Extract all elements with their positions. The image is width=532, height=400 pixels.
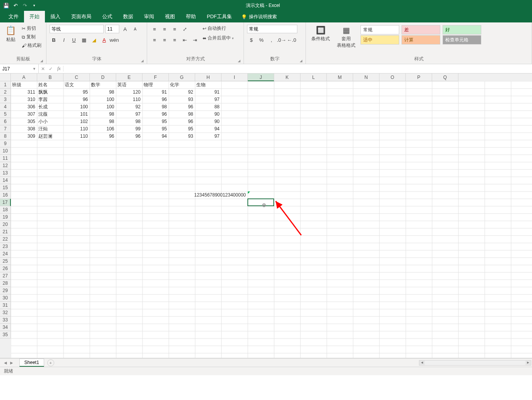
- tab-pdf[interactable]: PDF工具集: [201, 11, 237, 22]
- row-header-16[interactable]: 16: [0, 191, 11, 199]
- cell-E4[interactable]: 92: [116, 103, 142, 111]
- cell-F5[interactable]: 96: [142, 111, 168, 118]
- cancel-formula-icon[interactable]: ✕: [41, 66, 45, 72]
- cell-F8[interactable]: 94: [142, 133, 168, 140]
- number-launcher-icon[interactable]: ◢: [300, 59, 302, 63]
- scroll-right-icon[interactable]: ►: [525, 361, 531, 365]
- sheet-tab-active[interactable]: Sheet1: [19, 359, 44, 367]
- cell-B1[interactable]: 姓名: [37, 81, 63, 89]
- cell-D3[interactable]: 100: [90, 96, 115, 103]
- row-header-10[interactable]: 10: [0, 147, 11, 155]
- orientation-icon[interactable]: ⤢: [180, 25, 189, 33]
- row-header-5[interactable]: 5: [0, 111, 11, 118]
- column-header-F[interactable]: F: [142, 74, 169, 81]
- cell-D4[interactable]: 100: [90, 103, 115, 111]
- select-all-corner[interactable]: [0, 74, 11, 81]
- column-header-G[interactable]: G: [169, 74, 195, 81]
- horizontal-scrollbar[interactable]: ◄ ►: [419, 360, 531, 366]
- tab-help[interactable]: 帮助: [180, 11, 201, 22]
- tell-me-search[interactable]: 💡 操作说明搜索: [237, 11, 281, 22]
- tab-layout[interactable]: 页面布局: [66, 11, 97, 22]
- row-header-22[interactable]: 22: [0, 236, 11, 243]
- cell-G6[interactable]: 96: [169, 118, 194, 125]
- font-size-select[interactable]: [105, 25, 119, 33]
- column-header-H[interactable]: H: [195, 74, 221, 81]
- save-icon[interactable]: 💾: [3, 2, 9, 9]
- cell-F1[interactable]: 物理: [142, 81, 168, 89]
- enter-formula-icon[interactable]: ✓: [49, 66, 53, 72]
- cell-E5[interactable]: 97: [116, 111, 142, 118]
- cell-B4[interactable]: 长成: [37, 103, 63, 111]
- row-header-19[interactable]: 19: [0, 214, 11, 221]
- comma-format-icon[interactable]: ,: [267, 36, 276, 44]
- cell-E1[interactable]: 英语: [116, 81, 142, 89]
- tab-file[interactable]: 文件: [3, 11, 24, 22]
- cell-C8[interactable]: 110: [63, 133, 89, 140]
- cell-A7[interactable]: 308: [11, 125, 36, 133]
- tab-formulas[interactable]: 公式: [97, 11, 118, 22]
- font-color-button[interactable]: A: [100, 36, 108, 44]
- cell-A2[interactable]: 311: [11, 89, 36, 96]
- border-button[interactable]: ▦: [80, 36, 88, 44]
- cell-E6[interactable]: 98: [116, 118, 142, 125]
- sheet-nav-prev-icon[interactable]: ◄: [3, 360, 8, 366]
- format-painter-button[interactable]: 🖌格式刷: [21, 42, 43, 49]
- cell-H3[interactable]: 97: [195, 96, 221, 103]
- cell-H4[interactable]: 88: [195, 103, 221, 111]
- cell-C6[interactable]: 102: [63, 118, 89, 125]
- wrap-text-button[interactable]: ↩自动换行: [201, 25, 235, 32]
- chevron-down-icon[interactable]: ▼: [33, 67, 36, 71]
- row-header-24[interactable]: 24: [0, 250, 11, 258]
- style-normal[interactable]: 常规: [360, 25, 399, 34]
- row-header-26[interactable]: 26: [0, 265, 11, 272]
- cell-E3[interactable]: 110: [116, 96, 142, 103]
- row-header-9[interactable]: 9: [0, 140, 11, 147]
- cell-C2[interactable]: 95: [63, 89, 89, 96]
- row-header-1[interactable]: 1: [0, 81, 11, 89]
- row-header-17[interactable]: 17: [0, 199, 11, 206]
- row-header-13[interactable]: 13: [0, 169, 11, 177]
- cell-F7[interactable]: 95: [142, 125, 168, 133]
- cell-F2[interactable]: 91: [142, 89, 168, 96]
- customize-qat-icon[interactable]: ▾: [31, 2, 37, 9]
- align-bottom-icon[interactable]: ≡: [170, 25, 179, 33]
- style-check[interactable]: 检查单元格: [443, 35, 481, 44]
- tab-view[interactable]: 视图: [160, 11, 180, 22]
- cell-A1[interactable]: 班级: [11, 81, 36, 89]
- row-header-12[interactable]: 12: [0, 162, 11, 169]
- align-top-icon[interactable]: ≡: [150, 25, 159, 33]
- align-right-icon[interactable]: ≡: [170, 36, 179, 44]
- column-header-E[interactable]: E: [116, 74, 142, 81]
- italic-button[interactable]: I: [60, 36, 68, 44]
- column-header-L[interactable]: L: [300, 74, 327, 81]
- cell-D2[interactable]: 98: [90, 89, 115, 96]
- cell-B3[interactable]: 李茜: [37, 96, 63, 103]
- cell-E8[interactable]: 96: [116, 133, 142, 140]
- increase-decimal-icon[interactable]: .0→: [277, 36, 286, 44]
- cell-C5[interactable]: 101: [63, 111, 89, 118]
- cell-E7[interactable]: 99: [116, 125, 142, 133]
- cell-H6[interactable]: 90: [195, 118, 221, 125]
- row-header-8[interactable]: 8: [0, 133, 11, 140]
- cell-D7[interactable]: 106: [90, 125, 115, 133]
- cell-C1[interactable]: 语文: [63, 81, 89, 89]
- cell-B7[interactable]: 汪灿: [37, 125, 63, 133]
- row-header-25[interactable]: 25: [0, 258, 11, 265]
- row-header-3[interactable]: 3: [0, 96, 11, 103]
- cell-H7[interactable]: 94: [195, 125, 221, 133]
- cell-G7[interactable]: 95: [169, 125, 194, 133]
- cell-G1[interactable]: 化学: [169, 81, 194, 89]
- tab-home[interactable]: 开始: [24, 11, 45, 22]
- column-header-B[interactable]: B: [37, 74, 63, 81]
- fx-icon[interactable]: fx: [55, 66, 63, 72]
- bold-button[interactable]: B: [50, 36, 58, 44]
- cell-H8[interactable]: 97: [195, 133, 221, 140]
- redo-icon[interactable]: ↷: [22, 2, 28, 9]
- cell-D8[interactable]: 96: [90, 133, 115, 140]
- cell-B2[interactable]: 飘飘: [37, 89, 63, 96]
- cell-A6[interactable]: 305: [11, 118, 36, 125]
- underline-button[interactable]: U: [70, 36, 78, 44]
- column-header-P[interactable]: P: [406, 74, 432, 81]
- row-header-31[interactable]: 31: [0, 302, 11, 309]
- cell-C3[interactable]: 96: [63, 96, 89, 103]
